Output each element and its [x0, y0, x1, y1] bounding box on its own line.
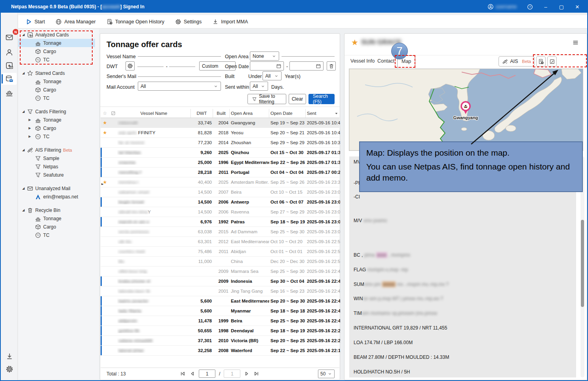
next-page-button[interactable]	[244, 371, 250, 377]
position-map[interactable]: Gwangyang	[349, 69, 583, 151]
rail-gear-icon[interactable]	[2, 363, 17, 375]
toolbar-item-start[interactable]: Start	[26, 19, 45, 25]
tree-item-recycle-bin-tonnage[interactable]: Tonnage	[18, 214, 99, 223]
table-row[interactable]: rwestling f28,2182011PortugalOct 04 ~ Oc…	[101, 168, 339, 177]
table-row[interactable]: ▶utk klu63,3012012East Mediterranean...O…	[101, 237, 339, 247]
table-row[interactable]: sakamsn smart14,5002007BeiraOct 10 ~ Oct…	[101, 187, 339, 197]
table-row[interactable]: sibralt tev-limaY14,5002006RavennaSep 27…	[101, 207, 339, 217]
rail-database-mail-icon[interactable]	[2, 73, 17, 85]
rail-download-icon[interactable]	[2, 351, 17, 362]
tree-section-recycle-bin[interactable]: ◢Recycle Bin	[18, 206, 99, 214]
tree-item-analyzed-cards-tc[interactable]: TCTC	[18, 55, 99, 64]
table-row[interactable]: ▶tllu11,000ChinaDec 20 ~ Dec 302025-09-1…	[101, 257, 339, 267]
memo-button[interactable]	[547, 56, 557, 67]
table-row[interactable]: batris joracler5,600East Mediterranea...…	[101, 296, 339, 306]
search-button[interactable]: Search (F5)	[308, 94, 335, 104]
tree-item-starred-cards-tc[interactable]: TCTC	[18, 94, 99, 102]
tree-item-starred-cards-tonnage[interactable]: Tonnage	[18, 77, 99, 86]
table-row[interactable]: tal blantas9,2602025QinzhouOct 15 ~ Oct …	[101, 148, 339, 158]
vessel-name-input[interactable]	[138, 50, 221, 57]
expand-arrow-icon[interactable]: ▶	[29, 126, 31, 130]
tree-section-cards-filtering[interactable]: ◢Cards Filtering	[18, 107, 99, 116]
table-row[interactable]: ★mkberwllt33,7452004GwangyangSep 19 ~ Se…	[101, 118, 339, 128]
tree-section-starred-cards[interactable]: ◢Starred Cards	[18, 69, 99, 77]
minimize-button[interactable]: –	[539, 1, 552, 13]
table-row[interactable]: ▶★memima t40,4002025Amsterdam Rotter...S…	[101, 177, 339, 187]
hamburger-menu-icon[interactable]	[572, 39, 579, 46]
sent-within-select[interactable]: All	[250, 82, 268, 91]
first-page-button[interactable]	[180, 371, 186, 377]
expand-arrow-icon[interactable]: ▶	[29, 118, 31, 122]
expand-arrow-icon[interactable]: ▶	[29, 135, 31, 138]
table-row[interactable]: ▶goldva lik50,6551998DeendayalSep 18 ~ S…	[101, 326, 339, 336]
prev-page-button[interactable]	[189, 371, 195, 377]
titlebar-user[interactable]: username	[483, 4, 521, 10]
vessel-star-icon[interactable]: ★	[351, 38, 358, 47]
built-select[interactable]: All	[263, 71, 282, 80]
toolbar-item-tonnage-open-history[interactable]: Tonnage Open History	[107, 19, 164, 25]
tree-section-analyzed-cards[interactable]: ◢♠Analyzed Cards	[18, 30, 99, 39]
table-row[interactable]: marsh-m am e6,9761992PatrasSep 18 ~ Sep …	[101, 217, 339, 227]
table-row[interactable]: snasma25,0001996Egypt Mediterrane...Sep …	[101, 158, 339, 168]
tree-item-ais-filtering-netpas[interactable]: Netpas	[18, 162, 99, 171]
tree-item-analyzed-cards-tonnage[interactable]: Tonnage	[18, 39, 95, 47]
close-button[interactable]: ✕	[571, 1, 584, 13]
collapse-triangle-icon[interactable]: ◢	[22, 187, 26, 190]
tree-item-ais-filtering-seafuture[interactable]: Seafuture	[18, 171, 99, 179]
rail-mail-icon[interactable]: N	[2, 31, 17, 43]
table-row[interactable]: far at monrot77,2302014ZhoushanSep 29 ~ …	[101, 138, 339, 148]
table-header[interactable]: ☆ Vessel Name DWT Built Open Area Open D…	[101, 109, 339, 118]
scrollbar-thumb[interactable]	[581, 220, 584, 307]
table-row[interactable]: ▶csvmlcv med75,4862011AbidjanOct 01 ~ Oc…	[101, 247, 339, 257]
toolbar-item-area-manager[interactable]: Area Manager	[55, 19, 95, 25]
tonnage-history-button[interactable]	[536, 56, 546, 67]
star-icon[interactable]: ★	[103, 120, 107, 126]
last-page-button[interactable]	[253, 371, 259, 377]
open-date-from-input[interactable]	[250, 61, 284, 70]
tab-vessel-info[interactable]: Vessel Info	[350, 58, 375, 64]
collapse-triangle-icon[interactable]: ◢	[22, 110, 26, 113]
rail-person-icon[interactable]	[2, 46, 17, 58]
page-size-select[interactable]: 50	[318, 370, 335, 378]
rail-ship-icon[interactable]	[2, 86, 17, 98]
table-row[interactable]: ▶secta pomesos63,0382015Ad DammamSep 25 …	[101, 227, 339, 237]
tree-item-cards-filtering-cargo[interactable]: ▶Cargo	[18, 124, 99, 132]
open-area-input[interactable]	[282, 50, 335, 57]
toolbar-item-settings[interactable]: Settings	[175, 19, 202, 25]
ais-button[interactable]: AISBeta	[499, 56, 535, 67]
clear-button[interactable]: Clear	[289, 94, 306, 104]
rail-card-spade-icon[interactable]: ♠	[2, 59, 17, 71]
tree-item-cards-filtering-tonnage[interactable]: ▶Tonnage	[18, 116, 99, 124]
tree-item-ais-filtering-sample[interactable]: Sample	[18, 154, 99, 162]
dwt-min-input[interactable]	[137, 60, 164, 67]
open-date-clear-button[interactable]	[327, 61, 336, 70]
tree-section-unanalyzed-mail[interactable]: ◢Unanalyzed Mail	[18, 184, 99, 192]
collapse-triangle-icon[interactable]: ◢	[22, 208, 26, 212]
table-row[interactable]: villet-bour krig2009Marmara SeaSep 25 ~ …	[101, 267, 339, 276]
table-row[interactable]: ★anji aprtc FFINITY81,8282018YeosuSep 20…	[101, 128, 339, 138]
table-row[interactable]: begin browl14,5002006AntwerpOct 06 ~ Oct…	[101, 197, 339, 207]
mail-account-select[interactable]: All	[138, 82, 221, 91]
tree-item-analyzed-cards-cargo[interactable]: Cargo	[18, 47, 99, 55]
table-row[interactable]: tatsrata-tascr tb2001Jing Tang GangSep 1…	[101, 286, 339, 296]
toolbar-item-import-mma[interactable]: Import MMA	[212, 19, 248, 25]
expand-arrow-icon[interactable]: ▶	[101, 183, 103, 185]
table-row[interactable]: ▶salana misaddit37,3012010Victoria (BR)S…	[101, 336, 339, 346]
collapse-triangle-icon[interactable]: ◢	[22, 71, 26, 75]
dwt-max-input[interactable]	[169, 60, 195, 67]
senders-mail-input[interactable]	[138, 70, 221, 77]
tab-contact[interactable]: Contact	[377, 58, 394, 64]
star-icon[interactable]: ★	[103, 130, 107, 135]
tree-item-recycle-bin-cargo[interactable]: Cargo	[18, 223, 99, 231]
table-row[interactable]: lady filarta5,600MyanmarSep 18 ~ Sep 182…	[101, 306, 339, 316]
tree-section-ais-filtering[interactable]: ◢AIS FilteringBeta	[18, 146, 99, 154]
save-to-filtering-button[interactable]: Save to filtering	[247, 94, 286, 104]
table-row[interactable]: ▶kraka jriome el2009IndonesiaSep 30 ~ Oc…	[101, 276, 339, 286]
tree-item-recycle-bin-tc[interactable]: TCTC	[18, 231, 99, 239]
open-area-select[interactable]: None	[250, 51, 279, 61]
table-row[interactable]: lateral jirlwr32,2582008WaterfordSep 22 …	[101, 346, 339, 356]
table-row[interactable]: ▶aldjarvin11,4781999BeiraSep 25 ~ Sep 30…	[101, 316, 339, 326]
tree-item-unanalyzed-mail-erin-netpas-net[interactable]: erin@netpas.net	[18, 192, 99, 201]
collapse-triangle-icon[interactable]: ◢	[22, 33, 26, 36]
help-button[interactable]: ?	[523, 1, 537, 13]
